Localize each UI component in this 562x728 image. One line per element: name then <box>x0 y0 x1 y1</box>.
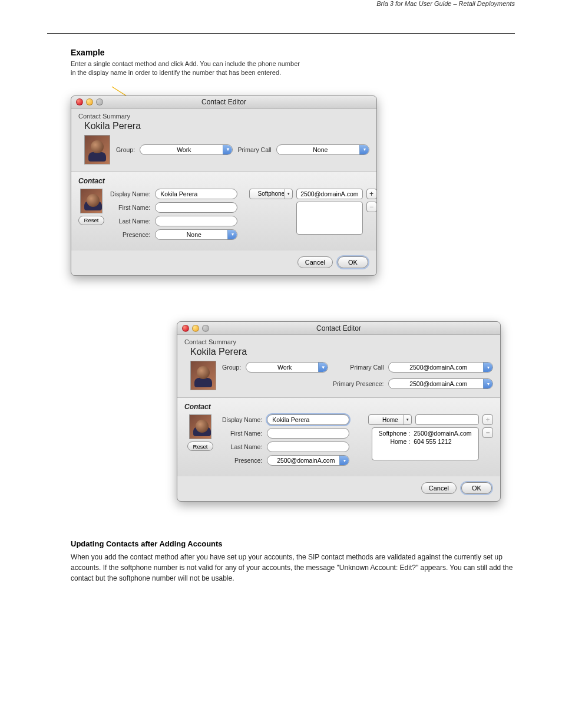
header-title-text: Bria 3 for Mac User Guide – Retail Deplo… <box>376 0 515 7</box>
cancel-button[interactable]: Cancel <box>421 482 457 494</box>
contact-section-label: Contact <box>78 177 369 185</box>
stepper-icon: ▾ <box>284 189 292 199</box>
minimize-icon[interactable] <box>86 98 93 106</box>
entry-type: Softphone : <box>376 430 410 437</box>
last-name-input[interactable] <box>155 216 237 226</box>
last-name-label: Last Name: <box>222 443 262 450</box>
presence-value: None <box>187 231 201 238</box>
display-name-label: Display Name: <box>110 190 150 197</box>
reset-button[interactable]: Reset <box>187 442 213 451</box>
group-label: Group: <box>116 146 135 153</box>
add-entry-button[interactable]: + <box>366 189 377 199</box>
group-label: Group: <box>222 364 241 371</box>
address-value: 2500@domainA.com <box>300 190 358 197</box>
address-input[interactable]: 2500@domainA.com <box>296 189 362 199</box>
summary-section-label: Contact Summary <box>71 109 376 120</box>
contact-editor-dialog-2: Contact Editor Contact Summary Kokila Pe… <box>177 321 501 502</box>
first-name-input[interactable] <box>155 202 237 213</box>
primary-call-select[interactable]: 2500@domainA.com ▾ <box>388 362 493 373</box>
add-entry-button[interactable]: + <box>482 414 493 425</box>
zoom-icon[interactable] <box>202 325 209 332</box>
close-icon[interactable] <box>76 98 83 106</box>
remove-entry-button[interactable]: − <box>366 202 377 212</box>
chevron-down-icon: ▼ <box>318 363 328 372</box>
presence-label: Presence: <box>222 457 262 464</box>
section-heading: Example <box>71 48 515 57</box>
group-select[interactable]: Work ▼ <box>140 144 233 155</box>
stepper-icon: ▾ <box>403 415 411 424</box>
reset-button[interactable]: Reset <box>78 216 104 225</box>
chevron-down-icon: ▼ <box>223 145 232 154</box>
stepper-icon: ▾ <box>359 145 369 154</box>
example1-callout: Enter a single contact method and click … <box>71 60 306 78</box>
cancel-button[interactable]: Cancel <box>297 256 333 268</box>
first-name-label: First Name: <box>110 204 150 211</box>
primary-call-value: None <box>313 146 328 153</box>
last-name-input[interactable] <box>267 442 349 452</box>
entry-value: 604 555 1212 <box>414 438 451 445</box>
group-select[interactable]: Work ▼ <box>246 362 328 373</box>
group-value: Work <box>277 364 292 371</box>
primary-call-select[interactable]: None ▾ <box>276 144 369 155</box>
avatar <box>190 361 216 390</box>
display-name-input[interactable]: Kokila Perera <box>155 189 237 199</box>
display-name-value: Kokila Perera <box>272 416 309 423</box>
titlebar: Contact Editor <box>177 322 500 335</box>
zoom-icon[interactable] <box>96 98 103 106</box>
window-controls[interactable] <box>177 325 209 332</box>
first-name-input[interactable] <box>267 428 349 439</box>
window-controls[interactable] <box>71 98 103 106</box>
display-name-input[interactable]: Kokila Perera <box>267 414 349 425</box>
entry-type: Home : <box>376 438 410 445</box>
stepper-icon: ▾ <box>483 379 492 388</box>
avatar <box>84 135 110 164</box>
header-rule <box>47 33 515 34</box>
display-name-label: Display Name: <box>222 416 262 423</box>
contact-type-select[interactable]: Softphone ▾ <box>249 189 293 199</box>
primary-call-label: Primary Call <box>237 146 271 153</box>
presence-select[interactable]: None ▾ <box>155 229 237 240</box>
contact-type-value: Home <box>382 417 398 423</box>
aside-body: When you add the contact method after yo… <box>71 552 515 584</box>
primary-call-value: 2500@domainA.com <box>409 364 467 371</box>
list-item[interactable]: Home : 604 555 1212 <box>376 438 475 445</box>
contact-name: Kokila Perera <box>177 345 500 361</box>
avatar-small <box>80 189 103 213</box>
ok-button[interactable]: OK <box>338 256 368 268</box>
last-name-label: Last Name: <box>110 218 150 225</box>
remove-entry-button[interactable]: − <box>482 427 493 438</box>
presence-value: 2500@domainA.com <box>277 457 335 464</box>
minimize-icon[interactable] <box>192 325 199 332</box>
ok-button[interactable]: OK <box>461 482 492 494</box>
stepper-icon: ▾ <box>339 456 349 465</box>
contact-section-label: Contact <box>184 403 493 411</box>
titlebar: Contact Editor <box>71 96 376 109</box>
primary-presence-label: Primary Presence: <box>333 380 384 387</box>
primary-presence-select[interactable]: 2500@domainA.com ▾ <box>388 378 493 389</box>
list-item[interactable]: Softphone : 2500@domainA.com <box>376 430 475 437</box>
page-header: Bria 3 for Mac User Guide – Retail Deplo… <box>0 0 562 9</box>
entry-value: 2500@domainA.com <box>414 430 471 437</box>
address-input[interactable] <box>415 414 479 425</box>
avatar-small <box>189 414 211 439</box>
group-value: Work <box>177 146 191 153</box>
contact-name: Kokila Perera <box>71 120 376 135</box>
stepper-icon: ▾ <box>483 363 492 372</box>
dialog-title: Contact Editor <box>71 98 376 106</box>
close-icon[interactable] <box>182 325 189 332</box>
dialog-title: Contact Editor <box>177 324 500 332</box>
display-name-value: Kokila Perera <box>160 190 197 197</box>
contact-type-select[interactable]: Home ▾ <box>368 414 412 425</box>
address-list <box>296 202 362 235</box>
aside-heading: Updating Contacts after Adding Accounts <box>71 539 515 548</box>
first-name-label: First Name: <box>222 430 262 437</box>
presence-label: Presence: <box>110 231 150 238</box>
contact-editor-dialog-1: Contact Editor Contact Summary Kokila Pe… <box>71 95 377 276</box>
stepper-icon: ▾ <box>227 230 237 239</box>
primary-call-label: Primary Call <box>333 364 384 371</box>
presence-select[interactable]: 2500@domainA.com ▾ <box>267 455 349 466</box>
contact-type-value: Softphone <box>257 190 285 197</box>
address-list: Softphone : 2500@domainA.com Home : 604 … <box>372 427 479 460</box>
summary-section-label: Contact Summary <box>177 335 500 345</box>
primary-presence-value: 2500@domainA.com <box>409 380 467 387</box>
